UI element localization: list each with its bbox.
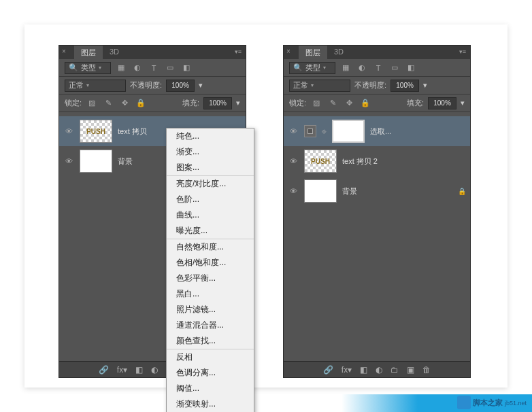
layer-item[interactable]: 👁 背景 🔒	[284, 176, 470, 206]
fx-icon[interactable]: fx▾	[342, 365, 352, 375]
layer-item[interactable]: 👁 text 拷贝 2	[284, 146, 470, 176]
menu-item-color-balance[interactable]: 色彩平衡...	[167, 271, 254, 286]
fill-value[interactable]: 100%	[428, 97, 456, 109]
fill-stepper-icon[interactable]: ▾	[461, 99, 465, 107]
layer-thumbnail[interactable]	[304, 179, 337, 203]
layer-item[interactable]: 👁 ⎆ 选取...	[284, 116, 470, 146]
tab-layers[interactable]: 图层	[74, 46, 103, 60]
adjustment-icon[interactable]: ◐	[376, 365, 382, 375]
menu-item-threshold[interactable]: 阈值...	[167, 381, 254, 396]
blend-mode-select[interactable]: 正常▾	[65, 80, 126, 92]
fx-icon[interactable]: fx▾	[117, 365, 127, 375]
menu-item-pattern[interactable]: 图案...	[167, 160, 254, 175]
menu-item-bw[interactable]: 黑白...	[167, 286, 254, 302]
visibility-icon[interactable]: 👁	[288, 156, 299, 167]
lock-all-icon[interactable]: 🔒	[359, 97, 371, 109]
panel-footer: 🔗 fx▾ ◧ ◐ 🗀 ▣ 🗑	[284, 361, 470, 377]
layer-name[interactable]: 选取...	[370, 126, 466, 137]
filter-shape-icon[interactable]: ▭	[164, 62, 176, 74]
filter-smart-icon[interactable]: ◧	[180, 62, 193, 74]
menu-item-curves[interactable]: 曲线...	[167, 207, 254, 223]
menu-item-solid-color[interactable]: 纯色...	[167, 128, 254, 144]
filter-adjust-icon[interactable]: ◐	[131, 62, 144, 74]
lock-brush-icon[interactable]: ✎	[327, 97, 339, 109]
menu-item-gradient-map[interactable]: 渐变映射...	[167, 396, 254, 412]
layer-list: 👁 ⎆ 选取... 👁 text 拷贝 2 👁 背景 🔒	[284, 112, 470, 210]
menu-item-posterize[interactable]: 色调分离...	[167, 365, 254, 381]
menu-item-photo-filter[interactable]: 照片滤镜...	[167, 302, 254, 317]
filter-row: 🔍类型▾ ▦ ◐ T ▭ ◧	[284, 59, 470, 77]
visibility-icon[interactable]: 👁	[63, 126, 74, 137]
menu-item-hue[interactable]: 色相/饱和度...	[167, 255, 254, 271]
layer-thumbnail[interactable]	[80, 120, 112, 143]
blend-row: 正常▾ 不透明度: 100% ▾	[284, 77, 470, 95]
filter-shape-icon[interactable]: ▭	[388, 62, 401, 74]
mask-icon-btn[interactable]: ◧	[135, 365, 143, 375]
close-icon[interactable]: ×	[62, 48, 66, 55]
menu-item-levels[interactable]: 色阶...	[167, 192, 254, 207]
lock-label: 锁定:	[65, 98, 82, 108]
filter-smart-icon[interactable]: ◧	[405, 62, 417, 74]
lock-icon: 🔒	[458, 188, 466, 195]
opacity-stepper-icon[interactable]: ▾	[423, 81, 427, 90]
mask-thumbnail[interactable]	[332, 120, 365, 143]
menu-item-invert[interactable]: 反相	[167, 349, 254, 365]
filter-type-icon[interactable]: T	[148, 62, 160, 74]
opacity-stepper-icon[interactable]: ▾	[199, 81, 203, 90]
panel-menu-icon[interactable]: ▾≡	[235, 48, 242, 55]
lock-row: 锁定: ▨ ✎ ✥ 🔒 填充: 100% ▾	[284, 95, 470, 112]
watermark-text: 脚本之家 jb51.net	[473, 398, 527, 408]
link-icon[interactable]: ⎆	[322, 127, 327, 135]
fill-label: 填充:	[407, 98, 424, 108]
lock-all-icon[interactable]: 🔒	[135, 97, 147, 109]
trash-icon[interactable]: 🗑	[422, 365, 431, 375]
tab-3d[interactable]: 3D	[327, 46, 350, 60]
menu-item-color-lookup[interactable]: 颜色查找...	[167, 333, 254, 349]
link-icon[interactable]: 🔗	[99, 365, 109, 375]
watermark-icon	[457, 396, 471, 409]
layer-name[interactable]: text 拷贝 2	[342, 156, 466, 167]
panel-menu-icon[interactable]: ▾≡	[459, 48, 466, 55]
adjustment-icon[interactable]: ◐	[151, 365, 158, 375]
panel-tabbar: × 图层 3D ▾≡	[59, 46, 246, 59]
lock-move-icon[interactable]: ✥	[118, 97, 131, 109]
lock-brush-icon[interactable]: ✎	[102, 97, 114, 109]
filter-pixel-icon[interactable]: ▦	[339, 62, 352, 74]
close-icon[interactable]: ×	[286, 48, 290, 55]
layer-thumbnail[interactable]	[80, 150, 112, 173]
adjustment-context-menu: 纯色... 渐变... 图案... 亮度/对比度... 色阶... 曲线... …	[166, 128, 254, 412]
blend-mode-select[interactable]: 正常▾	[289, 80, 350, 92]
link-icon[interactable]: 🔗	[323, 365, 333, 375]
menu-item-exposure[interactable]: 曝光度...	[167, 223, 254, 239]
opacity-label: 不透明度:	[130, 80, 162, 90]
opacity-value[interactable]: 100%	[390, 80, 419, 92]
filter-pixel-icon[interactable]: ▦	[115, 62, 127, 74]
filter-type-icon[interactable]: T	[372, 62, 384, 74]
fill-value[interactable]: 100%	[203, 97, 232, 109]
menu-item-vibrance[interactable]: 自然饱和度...	[167, 239, 254, 255]
filter-kind-select[interactable]: 🔍类型▾	[289, 62, 335, 74]
visibility-icon[interactable]: 👁	[288, 186, 299, 196]
visibility-icon[interactable]: 👁	[63, 156, 74, 167]
lock-move-icon[interactable]: ✥	[343, 97, 355, 109]
visibility-icon[interactable]: 👁	[288, 126, 299, 137]
tab-3d[interactable]: 3D	[103, 46, 126, 60]
filter-adjust-icon[interactable]: ◐	[356, 62, 368, 74]
menu-item-gradient[interactable]: 渐变...	[167, 144, 254, 160]
lock-transparency-icon[interactable]: ▨	[310, 97, 322, 109]
layer-thumbnail[interactable]	[304, 150, 337, 173]
filter-kind-select[interactable]: 🔍类型▾	[65, 62, 111, 74]
menu-item-channel-mixer[interactable]: 通道混合器...	[167, 317, 254, 333]
fill-stepper-icon[interactable]: ▾	[236, 99, 240, 107]
lock-row: 锁定: ▨ ✎ ✥ 🔒 填充: 100% ▾	[59, 95, 246, 112]
tab-layers[interactable]: 图层	[299, 46, 327, 60]
adjustment-thumbnail[interactable]	[304, 125, 316, 137]
menu-item-brightness[interactable]: 亮度/对比度...	[167, 176, 254, 192]
new-layer-icon[interactable]: ▣	[407, 365, 414, 375]
mask-icon-btn[interactable]: ◧	[360, 365, 367, 375]
lock-label: 锁定:	[289, 98, 306, 108]
layer-name[interactable]: 背景	[342, 186, 452, 196]
folder-icon[interactable]: 🗀	[390, 365, 399, 375]
lock-transparency-icon[interactable]: ▨	[86, 97, 98, 109]
opacity-value[interactable]: 100%	[166, 80, 195, 92]
